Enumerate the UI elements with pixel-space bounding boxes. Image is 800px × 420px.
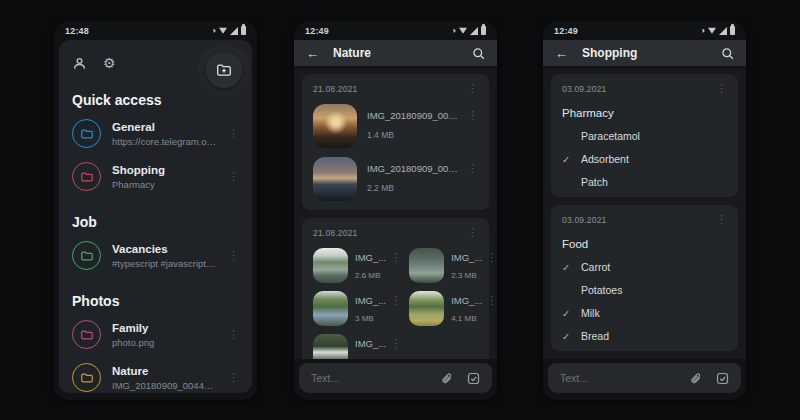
check-icon: ✓ bbox=[562, 331, 581, 342]
photo-thumbnail[interactable] bbox=[313, 291, 348, 326]
status-icons: ◑ bbox=[211, 26, 246, 35]
file-cell[interactable]: IMG_...⋮2.3 MB bbox=[409, 248, 497, 283]
photo-thumbnail[interactable] bbox=[313, 334, 348, 359]
file-cell[interactable]: IMG_...⋮4.1 MB bbox=[409, 291, 497, 326]
more-options-icon[interactable]: ⋮ bbox=[486, 251, 497, 264]
more-options-icon[interactable]: ⋮ bbox=[716, 213, 727, 226]
more-options-icon[interactable]: ⋮ bbox=[467, 82, 478, 95]
more-options-icon[interactable]: ⋮ bbox=[716, 82, 727, 95]
folder-item-text: Shopping Pharmacy bbox=[112, 164, 217, 190]
signal-icon bbox=[470, 27, 478, 35]
date-label: 21.08.2021 bbox=[313, 228, 358, 238]
more-options-icon[interactable]: ⋮ bbox=[467, 109, 478, 122]
message-input-bar bbox=[548, 363, 741, 393]
text-input[interactable] bbox=[560, 372, 675, 384]
folder-title: Shopping bbox=[112, 164, 217, 176]
section-header-photos: Photos bbox=[72, 293, 239, 309]
paperclip-icon bbox=[440, 372, 453, 385]
more-options-icon[interactable]: ⋮ bbox=[467, 226, 478, 239]
checklist-item[interactable]: Patch bbox=[562, 176, 727, 188]
battery-icon bbox=[730, 26, 735, 35]
message-input-bar bbox=[299, 363, 492, 393]
checklist-label: Bread bbox=[581, 330, 609, 342]
photo-thumbnail[interactable] bbox=[313, 157, 357, 201]
checklist-item[interactable]: ✓ Adsorbent bbox=[562, 153, 727, 165]
date-group-card: 21.08.2021 ⋮ IMG_20180909_004444_39... ⋮… bbox=[302, 74, 489, 210]
folder-subtitle: #typescript #javascript #remote #re... bbox=[112, 258, 217, 269]
more-options-icon[interactable]: ⋮ bbox=[228, 170, 239, 183]
more-options-icon[interactable]: ⋮ bbox=[228, 328, 239, 341]
checklist-button[interactable] bbox=[467, 372, 480, 385]
attach-button[interactable] bbox=[689, 372, 702, 385]
folder-item-text: Family photo.png bbox=[112, 322, 217, 348]
more-options-icon[interactable]: ⋮ bbox=[486, 294, 497, 307]
search-icon bbox=[472, 47, 485, 60]
gear-icon: ⚙ bbox=[103, 56, 116, 70]
status-bar: 12:49 ◑ bbox=[543, 21, 746, 40]
paperclip-icon bbox=[689, 372, 702, 385]
folder-item-nature[interactable]: Nature IMG_20180909_004444_391.jpg ⋮ bbox=[72, 356, 239, 393]
more-options-icon[interactable]: ⋮ bbox=[228, 127, 239, 140]
checklist-item[interactable]: ✓ Milk bbox=[562, 307, 727, 319]
folder-icon bbox=[72, 119, 101, 148]
file-cell[interactable]: IMG_...⋮3 MB bbox=[313, 291, 401, 326]
photo-thumbnail[interactable] bbox=[313, 248, 348, 283]
file-size: 2.2 MB bbox=[367, 183, 478, 193]
file-cell[interactable]: IMG_...⋮4.3 MB bbox=[313, 334, 401, 359]
wifi-icon bbox=[708, 27, 716, 34]
battery-icon bbox=[241, 26, 246, 35]
checklist-item[interactable]: Potatoes bbox=[562, 284, 727, 296]
settings-button[interactable]: ⚙ bbox=[103, 56, 116, 70]
photo-thumbnail[interactable] bbox=[409, 248, 444, 283]
create-folder-button[interactable] bbox=[206, 52, 242, 88]
more-options-icon[interactable]: ⋮ bbox=[390, 251, 401, 264]
file-size: 1.4 MB bbox=[367, 130, 478, 140]
file-name: IMG_... bbox=[355, 338, 386, 349]
photo-thumbnail[interactable] bbox=[409, 291, 444, 326]
profile-button[interactable] bbox=[72, 56, 87, 71]
note-list[interactable]: 03.09.2021 ⋮ Pharmacy Paracetamol ✓ Adso… bbox=[543, 66, 746, 359]
date-row: 21.08.2021 ⋮ bbox=[313, 82, 478, 95]
more-options-icon[interactable]: ⋮ bbox=[390, 337, 401, 350]
folder-item-shopping[interactable]: Shopping Pharmacy ⋮ bbox=[72, 155, 239, 198]
more-options-icon[interactable]: ⋮ bbox=[467, 162, 478, 175]
photo-thumbnail[interactable] bbox=[313, 104, 357, 148]
checklist-button[interactable] bbox=[716, 372, 729, 385]
more-options-icon[interactable]: ⋮ bbox=[390, 294, 401, 307]
phone-nature-screen: 12:49 ◑ ← Nature 21.08.2021 ⋮ IMG_201809… bbox=[294, 21, 497, 400]
file-info: IMG_20180909_004444_39... ⋮ 1.4 MB bbox=[367, 104, 478, 140]
check-icon: ✓ bbox=[562, 262, 581, 273]
checklist-item[interactable]: ✓ Carrot bbox=[562, 261, 727, 273]
file-size: 3 MB bbox=[355, 314, 401, 323]
attach-button[interactable] bbox=[440, 372, 453, 385]
checkbox-icon bbox=[467, 372, 480, 385]
search-button[interactable] bbox=[721, 47, 734, 60]
phone-shopping-screen: 12:49 ◑ ← Shopping 03.09.2021 ⋮ Pharmacy… bbox=[543, 21, 746, 400]
file-row[interactable]: IMG_20180909_004636_57... ⋮ 2.2 MB bbox=[313, 157, 478, 201]
folder-item-vacancies[interactable]: Vacancies #typescript #javascript #remot… bbox=[72, 234, 239, 277]
file-size: 2.3 MB bbox=[451, 271, 497, 280]
back-button[interactable]: ← bbox=[306, 47, 319, 60]
more-options-icon[interactable]: ⋮ bbox=[228, 249, 239, 262]
date-label: 03.09.2021 bbox=[562, 215, 607, 225]
checklist-label: Potatoes bbox=[581, 284, 622, 296]
section-header-quick-access: Quick access bbox=[72, 92, 239, 108]
file-list[interactable]: 21.08.2021 ⋮ IMG_20180909_004444_39... ⋮… bbox=[294, 66, 497, 359]
file-size: 4.1 MB bbox=[451, 314, 497, 323]
more-options-icon[interactable]: ⋮ bbox=[228, 371, 239, 384]
status-bar: 12:48 ◑ bbox=[54, 21, 257, 40]
file-row[interactable]: IMG_20180909_004444_39... ⋮ 1.4 MB bbox=[313, 104, 478, 148]
checklist-item[interactable]: ✓ Bread bbox=[562, 330, 727, 342]
folder-item-text: Nature IMG_20180909_004444_391.jpg bbox=[112, 365, 217, 391]
wifi-icon bbox=[219, 27, 227, 34]
folder-item-family[interactable]: Family photo.png ⋮ bbox=[72, 313, 239, 356]
file-cell[interactable]: IMG_...⋮2.6 MB bbox=[313, 248, 401, 283]
file-size: 2.6 MB bbox=[355, 271, 401, 280]
search-button[interactable] bbox=[472, 47, 485, 60]
checklist-item[interactable]: Paracetamol bbox=[562, 130, 727, 142]
folder-item-general[interactable]: General https://core.telegram.org/type/W… bbox=[72, 112, 239, 155]
checklist-label: Carrot bbox=[581, 261, 610, 273]
back-button[interactable]: ← bbox=[555, 47, 568, 60]
text-input[interactable] bbox=[311, 372, 426, 384]
date-label: 03.09.2021 bbox=[562, 84, 607, 94]
